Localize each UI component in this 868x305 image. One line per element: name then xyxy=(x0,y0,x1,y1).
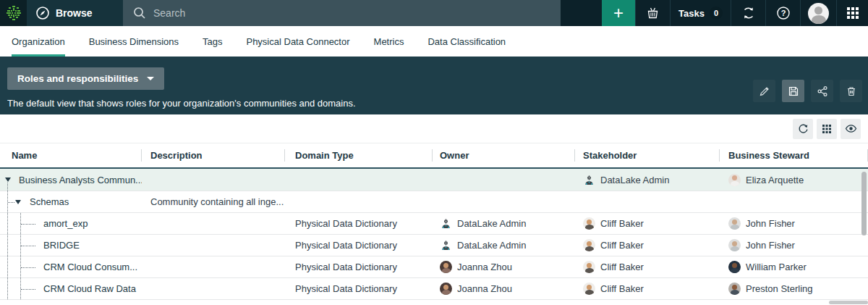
stakeholder-name[interactable]: Cliff Baker xyxy=(600,262,644,272)
user-avatar xyxy=(808,3,829,24)
description-cell xyxy=(142,213,285,234)
save-view-button[interactable] xyxy=(782,80,804,102)
view-selector-label: Roles and responsibilities xyxy=(17,73,138,84)
owner-name[interactable]: DataLake Admin xyxy=(457,218,526,229)
horizontal-scrollbar-thumb[interactable] xyxy=(829,301,868,304)
stakeholder-name[interactable]: Cliff Baker xyxy=(600,218,644,229)
owner-name[interactable]: Joanna Zhou xyxy=(457,262,512,272)
asset-name[interactable]: Business Analysts Commun... xyxy=(0,175,142,185)
steward-name[interactable]: John Fisher xyxy=(746,240,795,251)
stakeholder-cell: Cliff Baker xyxy=(575,235,720,256)
owner-cell xyxy=(433,169,575,191)
help-icon: ? xyxy=(776,6,791,20)
owner-cell: DataLake Admin xyxy=(433,213,575,234)
owner-name[interactable]: DataLake Admin xyxy=(457,240,526,251)
profile-button[interactable] xyxy=(800,0,836,26)
steward-name[interactable]: John Fisher xyxy=(746,218,795,229)
column-header-owner[interactable]: Owner xyxy=(433,143,575,167)
top-bar: Browse + Tasks 0 xyxy=(0,0,868,26)
tab-organization[interactable]: Organization xyxy=(12,26,65,57)
column-grid-options-button[interactable] xyxy=(817,119,837,139)
person-avatar xyxy=(583,239,595,251)
table-row[interactable]: CRM Cloud Raw Data Physical Data Diction… xyxy=(0,278,868,300)
business-steward-cell: John Fisher xyxy=(720,213,868,234)
column-header-business-steward[interactable]: Business Steward xyxy=(720,143,868,167)
asset-name[interactable]: CRM Cloud Consum... xyxy=(0,262,137,272)
tab-physical-data-connector[interactable]: Physical Data Connector xyxy=(246,26,349,57)
tab-tags[interactable]: Tags xyxy=(203,26,222,57)
asset-name[interactable]: Schemas xyxy=(0,196,69,207)
column-header-description[interactable]: Description xyxy=(142,143,285,167)
person-avatar xyxy=(728,283,741,295)
browse-label: Browse xyxy=(56,7,93,19)
owner-cell: Joanna Zhou xyxy=(433,278,575,299)
apps-grid-button[interactable] xyxy=(836,0,868,26)
browse-button[interactable]: Browse xyxy=(27,0,123,26)
owner-cell xyxy=(433,191,575,212)
owner-name[interactable]: Joanna Zhou xyxy=(457,283,512,294)
stakeholder-cell xyxy=(575,191,720,212)
description-cell xyxy=(142,278,285,299)
business-steward-cell: Eliza Arquette xyxy=(720,169,868,191)
section-tabs: Organization Business Dimensions Tags Ph… xyxy=(0,26,868,57)
table-row[interactable]: Schemas Community containing all inge... xyxy=(0,191,868,213)
tab-business-dimensions[interactable]: Business Dimensions xyxy=(89,26,179,57)
sync-activities-button[interactable] xyxy=(731,0,765,26)
create-asset-button[interactable]: + xyxy=(602,0,635,26)
delete-view-button[interactable] xyxy=(840,80,862,102)
asset-name[interactable]: amort_exp xyxy=(0,218,88,229)
tasks-button[interactable]: Tasks 0 xyxy=(670,0,731,26)
refresh-table-button[interactable] xyxy=(793,119,813,139)
domain-type-cell: Physical Data Dictionary xyxy=(285,235,433,256)
table-row[interactable]: Business Analysts Commun... xyxy=(0,169,868,191)
vertical-scrollbar-thumb[interactable] xyxy=(861,172,867,235)
search-icon xyxy=(133,7,146,20)
asset-name[interactable]: BRIDGE xyxy=(0,240,80,251)
column-header-name[interactable]: Name xyxy=(0,143,142,167)
visibility-options-button[interactable] xyxy=(841,119,861,139)
table-row[interactable]: BRIDGE Physical Data Dictionary xyxy=(0,235,868,256)
tasks-label: Tasks xyxy=(678,8,705,19)
description-cell xyxy=(142,256,285,277)
tab-metrics[interactable]: Metrics xyxy=(374,26,404,57)
stakeholder-name[interactable]: Cliff Baker xyxy=(600,283,644,294)
edit-view-button[interactable] xyxy=(753,80,775,102)
steward-name[interactable]: Preston Sterling xyxy=(746,283,813,294)
help-button[interactable]: ? xyxy=(765,0,800,26)
domain-type-cell xyxy=(285,191,433,212)
stakeholder-cell: DataLake Admin xyxy=(575,169,720,191)
collibra-logo-icon xyxy=(5,4,22,22)
business-steward-cell: William Parker xyxy=(720,256,868,277)
stakeholder-name[interactable]: Cliff Baker xyxy=(600,240,644,251)
search-input[interactable] xyxy=(153,7,550,19)
stakeholder-name[interactable]: DataLake Admin xyxy=(600,175,669,185)
steward-name[interactable]: Eliza Arquette xyxy=(746,175,804,185)
tasks-count-badge: 0 xyxy=(710,7,723,20)
admin-group-avatar-icon xyxy=(583,174,595,186)
data-basket-button[interactable] xyxy=(635,0,670,26)
description-cell xyxy=(142,169,285,191)
table-toolbar xyxy=(0,114,868,143)
table-row[interactable]: CRM Cloud Consum... Physical Data Dictio… xyxy=(0,256,868,278)
tab-data-classification[interactable]: Data Classification xyxy=(427,26,506,57)
app-logo[interactable] xyxy=(0,0,27,26)
eye-icon xyxy=(845,122,857,135)
svg-text:?: ? xyxy=(780,9,786,17)
stakeholder-cell: Cliff Baker xyxy=(575,256,720,277)
column-header-stakeholder[interactable]: Stakeholder xyxy=(575,143,720,167)
column-header-domain-type[interactable]: Domain Type xyxy=(285,143,433,167)
steward-name[interactable]: William Parker xyxy=(746,262,807,272)
description-cell xyxy=(142,235,285,256)
domain-type-cell xyxy=(285,169,433,191)
save-icon xyxy=(788,85,799,97)
global-search[interactable] xyxy=(123,0,561,26)
grid-icon xyxy=(822,124,832,134)
business-steward-cell: Preston Sterling xyxy=(720,278,868,299)
share-view-button[interactable] xyxy=(811,80,833,102)
view-selector-dropdown[interactable]: Roles and responsibilities xyxy=(7,67,164,90)
asset-name[interactable]: CRM Cloud Raw Data xyxy=(0,283,136,294)
chevron-down-icon xyxy=(147,77,154,80)
person-avatar xyxy=(728,174,741,186)
person-avatar xyxy=(728,217,741,230)
table-row[interactable]: amort_exp Physical Data Dictionary xyxy=(0,213,868,235)
